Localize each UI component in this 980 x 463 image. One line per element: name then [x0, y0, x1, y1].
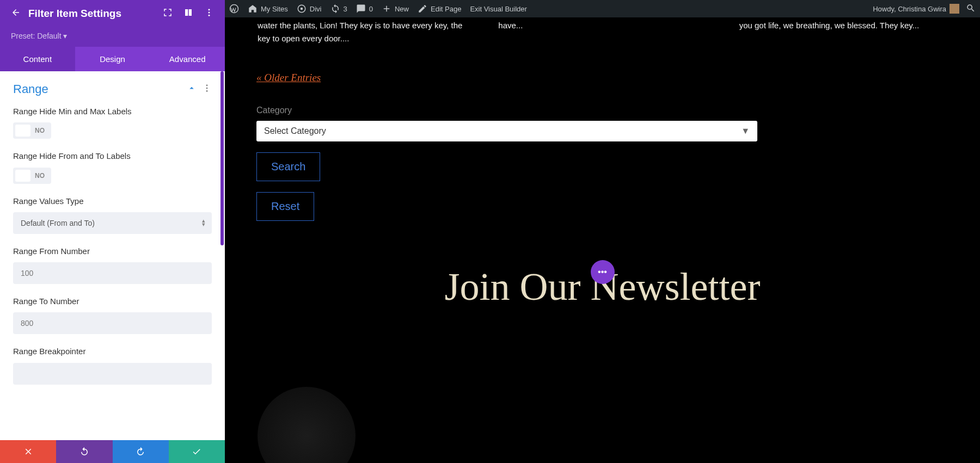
- select-values-type[interactable]: Default (From and To): [13, 212, 212, 234]
- input-breakpointer[interactable]: [13, 363, 212, 385]
- toggle-hide-minmax[interactable]: NO: [13, 122, 51, 139]
- save-button[interactable]: [169, 440, 225, 463]
- category-select[interactable]: Select Category ▼: [256, 121, 757, 141]
- toggle-hide-fromto[interactable]: NO: [13, 168, 51, 184]
- search-icon[interactable]: [966, 3, 976, 15]
- sidebar-header: Filter Item Settings: [0, 0, 225, 27]
- svg-point-2: [209, 15, 210, 16]
- svg-point-8: [301, 8, 303, 10]
- chevron-up-icon[interactable]: [187, 83, 197, 95]
- label-hide-fromto: Range Hide From and To Labels: [13, 151, 212, 162]
- chevron-down-icon: ▼: [741, 126, 750, 136]
- tab-advanced[interactable]: Advanced: [150, 47, 225, 71]
- divi-link[interactable]: Divi: [297, 4, 322, 14]
- section-more-icon[interactable]: [202, 83, 212, 95]
- svg-point-5: [206, 90, 208, 92]
- sidebar-footer: [0, 440, 225, 463]
- svg-point-0: [209, 9, 210, 10]
- mysites-link[interactable]: My Sites: [248, 4, 288, 14]
- comments-link[interactable]: 0: [356, 4, 373, 14]
- scrollbar-indicator[interactable]: [220, 71, 224, 245]
- page-content: beautiful, life is what you make it. Eve…: [225, 17, 980, 463]
- tab-design[interactable]: Design: [75, 47, 150, 71]
- exit-visual-builder[interactable]: Exit Visual Builder: [470, 5, 527, 13]
- columns-icon[interactable]: [183, 8, 193, 20]
- module-options-fab[interactable]: •••: [591, 260, 615, 284]
- svg-point-1: [209, 12, 210, 14]
- editpage-link[interactable]: Edit Page: [418, 4, 461, 14]
- label-values-type: Range Values Type: [13, 196, 212, 207]
- updates-link[interactable]: 3: [330, 4, 347, 14]
- tab-content[interactable]: Content: [0, 47, 75, 71]
- post-excerpt: beautiful, life is what you make it. Eve…: [258, 17, 465, 45]
- more-icon[interactable]: [204, 8, 214, 20]
- expand-icon[interactable]: [163, 8, 173, 20]
- section-title-range[interactable]: Range: [13, 82, 48, 96]
- label-from-number: Range From Number: [13, 246, 212, 257]
- cancel-button[interactable]: [0, 440, 56, 463]
- settings-sidebar: Filter Item Settings Preset: Default ▾ C…: [0, 0, 225, 463]
- label-breakpointer: Range Breakpointer: [13, 346, 212, 357]
- input-from-number[interactable]: [13, 262, 212, 284]
- preset-selector[interactable]: Preset: Default ▾: [0, 27, 225, 47]
- select-arrows-icon: ▴▾: [202, 219, 205, 227]
- label-to-number: Range To Number: [13, 296, 212, 307]
- label-hide-minmax: Range Hide Min and Max Labels: [13, 106, 212, 117]
- redo-button[interactable]: [113, 440, 169, 463]
- svg-point-3: [206, 84, 208, 86]
- decorative-circle: [258, 387, 356, 463]
- sidebar-title: Filter Item Settings: [28, 8, 155, 20]
- search-button[interactable]: Search: [256, 152, 320, 181]
- howdy-user[interactable]: Howdy, Christina Gwira: [873, 4, 959, 14]
- input-to-number[interactable]: [13, 312, 212, 334]
- undo-button[interactable]: [56, 440, 112, 463]
- wp-logo-icon[interactable]: [229, 4, 239, 14]
- reset-button[interactable]: Reset: [256, 192, 314, 221]
- sidebar-body: Range Range Hide Min and Max Labels NO R…: [0, 71, 225, 440]
- avatar: [950, 4, 959, 14]
- svg-point-4: [206, 88, 208, 89]
- category-label: Category: [256, 106, 948, 115]
- post-excerpt: make it. In life you have to take the tr…: [498, 17, 706, 45]
- wp-adminbar: My Sites Divi 3 0 New Edit Page Exit Vis…: [225, 0, 980, 17]
- back-icon[interactable]: [11, 8, 21, 20]
- settings-tabs: Content Design Advanced: [0, 47, 225, 71]
- post-excerpt: should never complain, complaining is a …: [739, 17, 947, 45]
- new-link[interactable]: New: [382, 4, 409, 14]
- older-entries-link[interactable]: « Older Entries: [256, 72, 321, 84]
